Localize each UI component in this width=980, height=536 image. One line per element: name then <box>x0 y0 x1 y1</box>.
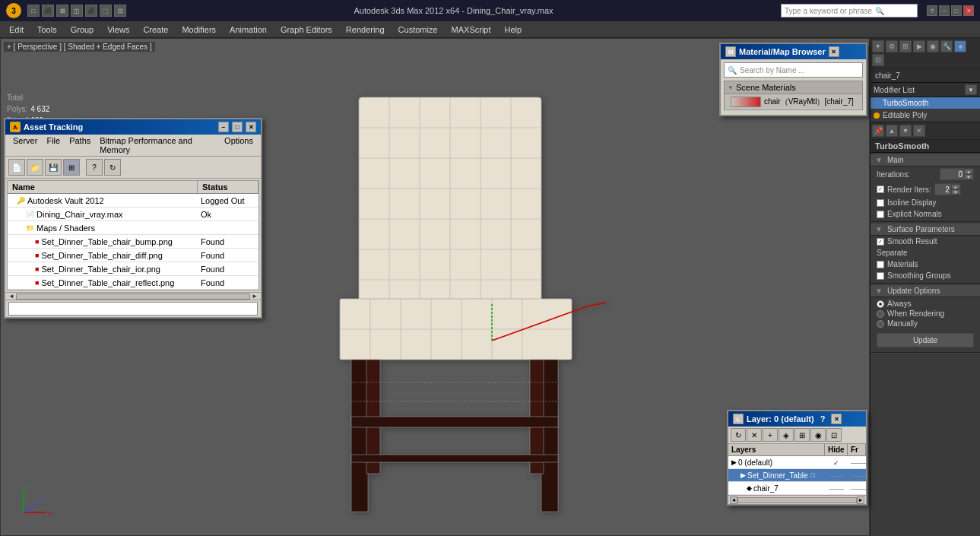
iterations-spinner[interactable]: 0 ▲ ▼ <box>940 168 974 180</box>
layer-delete-btn[interactable]: ✕ <box>747 428 762 442</box>
asset-row-maps[interactable]: 📁 Maps / Shaders <box>8 221 258 235</box>
asset-menu-bitmap[interactable]: Bitmap Performance and Memory <box>95 135 220 155</box>
move-up-icon[interactable]: ▲ <box>886 125 898 137</box>
menu-help[interactable]: Help <box>499 24 528 36</box>
layer-props-btn[interactable]: ⊡ <box>826 428 842 442</box>
rp-icon-create[interactable]: ✦ <box>872 40 884 52</box>
menu-create[interactable]: Create <box>137 24 174 36</box>
keyword-search[interactable]: Type a keyword or phrase 🔍 <box>781 4 918 17</box>
modifier-editable-poly[interactable]: Editable Poly <box>871 109 980 122</box>
render-iters-spinner[interactable]: 2 ▲ ▼ <box>934 183 961 195</box>
scroll-right-btn[interactable]: ► <box>250 293 259 300</box>
asset-tb-help[interactable]: ? <box>86 159 103 176</box>
layer-add-btn[interactable]: + <box>763 428 778 442</box>
modifier-list-dropdown[interactable]: ▼ <box>965 84 977 95</box>
rp-icon-display[interactable]: ◉ <box>927 40 939 52</box>
layer-close-btn[interactable]: ✕ <box>831 414 842 424</box>
rp-icon-motion[interactable]: ▶ <box>913 40 925 52</box>
asset-tb-refresh[interactable]: ↻ <box>104 159 121 176</box>
ts-header[interactable]: TurboSmooth <box>871 140 980 153</box>
rp-icon-material[interactable]: ◈ <box>954 40 966 52</box>
tb-icon-5[interactable]: ⬛ <box>85 5 97 17</box>
asset-minimize[interactable]: − <box>218 122 229 132</box>
tb-icon-3[interactable]: ⊞ <box>56 5 68 17</box>
move-down-icon[interactable]: ▼ <box>899 125 912 137</box>
asset-tb-new[interactable]: 📄 <box>8 159 25 176</box>
menu-maxscript[interactable]: MAXScript <box>446 24 497 36</box>
layer-toggle-btn[interactable]: ◉ <box>810 428 826 442</box>
rp-icon-hierarchy[interactable]: ⊞ <box>899 40 912 52</box>
layer-hscroll[interactable] <box>737 497 857 503</box>
layer-new-btn[interactable]: ↻ <box>731 428 746 442</box>
close-btn[interactable]: ✕ <box>963 5 974 16</box>
menu-views[interactable]: Views <box>101 24 135 36</box>
render-iters-up[interactable]: ▲ <box>951 184 960 189</box>
menu-animation[interactable]: Animation <box>224 24 273 36</box>
iterations-up[interactable]: ▲ <box>964 169 973 174</box>
asset-menu-options[interactable]: Options <box>220 135 258 155</box>
layer-find-btn[interactable]: ⊞ <box>794 428 810 442</box>
asset-menu-file[interactable]: File <box>42 135 65 155</box>
asset-row-diff[interactable]: ■ Set_Dinner_Table_chair_diff.png Found <box>8 249 258 262</box>
render-iters-checkbox[interactable] <box>877 186 884 193</box>
asset-tb-open[interactable]: 📁 <box>27 159 43 176</box>
rp-icon-utility[interactable]: 🔧 <box>940 40 953 52</box>
menu-rendering[interactable]: Rendering <box>340 24 391 36</box>
chair-material-row[interactable]: chair（VRayMtl）[chair_7] <box>725 94 862 109</box>
asset-menu-server[interactable]: Server <box>8 135 42 155</box>
asset-status-input[interactable] <box>8 302 258 316</box>
menu-graph-editors[interactable]: Graph Editors <box>274 24 338 36</box>
scene-materials-header[interactable]: ▼ Scene Materials <box>725 81 862 94</box>
asset-row-maxfile[interactable]: 📄 Dining_Chair_vray.max Ok <box>8 208 258 221</box>
mat-close-btn[interactable]: ✕ <box>829 46 839 57</box>
asset-row-bump[interactable]: ■ Set_Dinner_Table_chair_bump.png Found <box>8 235 258 249</box>
minimize-btn[interactable]: − <box>939 5 950 16</box>
manually-radio[interactable] <box>877 320 884 328</box>
asset-row-reflect[interactable]: ■ Set_Dinner_Table_chair_reflect.png Fou… <box>8 276 258 290</box>
isoline-checkbox[interactable] <box>877 199 884 207</box>
layer-select-btn[interactable]: ◈ <box>779 428 794 442</box>
tb-icon-6[interactable]: ⬚ <box>100 5 112 17</box>
materials-checkbox[interactable] <box>877 261 884 268</box>
menu-modifiers[interactable]: Modifiers <box>176 24 222 36</box>
asset-tb-grid[interactable]: ⊞ <box>63 159 80 176</box>
layer-scroll-left[interactable]: ◄ <box>730 496 737 504</box>
menu-tools[interactable]: Tools <box>31 24 63 36</box>
layer-row-default[interactable]: ▶ 0 (default) ✓ —— <box>728 456 866 469</box>
menu-edit[interactable]: Edit <box>3 24 30 36</box>
asset-row-vault[interactable]: 🔑 Autodesk Vault 2012 Logged Out <box>8 194 258 208</box>
iterations-down[interactable]: ▼ <box>964 174 973 179</box>
menu-group[interactable]: Group <box>65 24 100 36</box>
when-rendering-radio[interactable] <box>877 310 884 318</box>
asset-hscrollbar[interactable]: ◄ ► <box>5 292 261 300</box>
asset-maximize[interactable]: □ <box>232 122 243 132</box>
layer-scroll-right[interactable]: ► <box>857 496 864 504</box>
layer-help[interactable]: ? <box>820 414 826 423</box>
always-radio[interactable] <box>877 300 884 308</box>
tb-icon-2[interactable]: ⬛ <box>42 5 54 17</box>
explicit-normals-checkbox[interactable] <box>877 211 884 218</box>
smooth-result-checkbox[interactable] <box>877 238 884 246</box>
rp-icon-anim[interactable]: ⊡ <box>872 54 884 66</box>
tb-icon-7[interactable]: ⊡ <box>114 5 126 17</box>
asset-row-ior[interactable]: ■ Set_Dinner_Table_chair_ior.png Found <box>8 262 258 276</box>
help-btn[interactable]: ? <box>927 5 937 16</box>
layer-row-chair7[interactable]: ◆ chair_7 —— —— <box>728 482 866 495</box>
scroll-left-btn[interactable]: ◄ <box>7 293 16 300</box>
smoothing-groups-checkbox[interactable] <box>877 272 884 280</box>
pin-icon[interactable]: 📌 <box>872 125 884 137</box>
tb-icon-4[interactable]: ◫ <box>71 5 83 17</box>
update-button[interactable]: Update <box>877 333 974 347</box>
asset-menu-paths[interactable]: Paths <box>65 135 95 155</box>
maximize-btn[interactable]: □ <box>951 5 962 16</box>
layer-scrollbar[interactable]: ◄ ► <box>728 495 866 504</box>
asset-tb-save[interactable]: 💾 <box>45 159 62 176</box>
modifier-turbosmoothm[interactable]: TurboSmooth <box>871 97 980 109</box>
delete-icon[interactable]: ✕ <box>913 125 925 137</box>
render-iters-down[interactable]: ▼ <box>951 189 960 195</box>
menu-customize[interactable]: Customize <box>392 24 444 36</box>
horizontal-scroll[interactable] <box>16 293 250 300</box>
material-search[interactable]: 🔍 Search by Name ... <box>724 62 863 78</box>
asset-close[interactable]: ✕ <box>246 122 256 132</box>
rp-icon-modify[interactable]: ⚙ <box>886 40 898 52</box>
